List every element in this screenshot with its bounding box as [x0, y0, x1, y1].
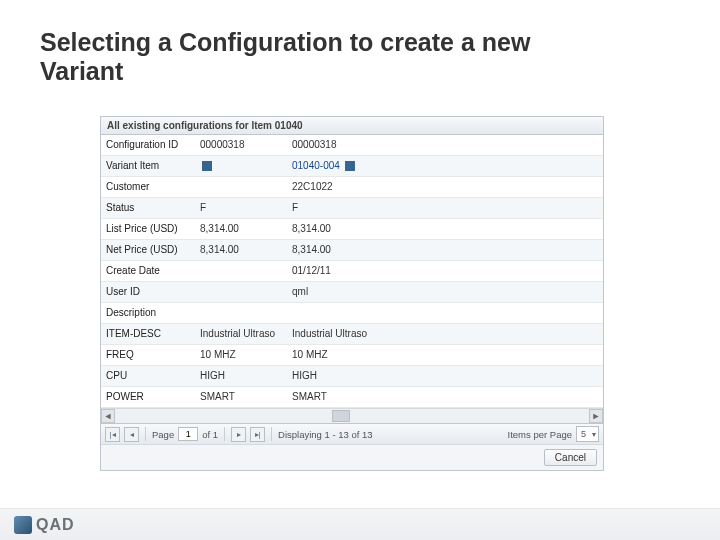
config-cell[interactable]: [195, 303, 287, 324]
config-cell[interactable]: [195, 177, 287, 198]
config-cell-empty: [379, 282, 603, 303]
row-label: Customer: [101, 177, 195, 198]
page-number-input[interactable]: [178, 427, 198, 441]
row-label: CPU: [101, 366, 195, 387]
config-cell[interactable]: [195, 156, 287, 177]
qad-logo-icon: [14, 516, 32, 534]
config-cell[interactable]: 01/12/11: [287, 261, 379, 282]
config-cell-empty: [379, 240, 603, 261]
config-cell[interactable]: 00000318: [287, 135, 379, 156]
config-cell[interactable]: Industrial Ultraso: [195, 324, 287, 345]
last-page-button[interactable]: ▸|: [250, 427, 265, 442]
config-cell[interactable]: F: [195, 198, 287, 219]
config-cell[interactable]: 22C1022: [287, 177, 379, 198]
scroll-left-icon[interactable]: ◄: [101, 409, 115, 423]
cancel-button[interactable]: Cancel: [544, 449, 597, 466]
config-cell[interactable]: HIGH: [287, 366, 379, 387]
variant-link-icon[interactable]: [202, 161, 212, 171]
config-cell[interactable]: 8,314.00: [287, 240, 379, 261]
row-label: Net Price (USD): [101, 240, 195, 261]
row-label: ITEM-DESC: [101, 324, 195, 345]
variant-link-icon[interactable]: [345, 161, 355, 171]
config-grid: Configuration ID0000031800000318Variant …: [101, 135, 603, 408]
config-cell-empty: [379, 156, 603, 177]
config-cell[interactable]: 8,314.00: [195, 240, 287, 261]
row-label: User ID: [101, 282, 195, 303]
config-cell-empty: [379, 366, 603, 387]
horizontal-scrollbar[interactable]: ◄ ►: [101, 408, 603, 423]
first-page-button[interactable]: |◂: [105, 427, 120, 442]
config-cell[interactable]: 8,314.00: [195, 219, 287, 240]
row-label: Description: [101, 303, 195, 324]
config-cell-empty: [379, 135, 603, 156]
panel-title: All existing configurations for Item 010…: [101, 117, 603, 135]
config-cell[interactable]: [195, 282, 287, 303]
items-per-page-label: Items per Page: [508, 429, 572, 440]
config-cell[interactable]: 00000318: [195, 135, 287, 156]
config-cell[interactable]: 01040-004: [287, 156, 379, 177]
config-cell[interactable]: 8,314.00: [287, 219, 379, 240]
config-cell-empty: [379, 219, 603, 240]
row-label: FREQ: [101, 345, 195, 366]
config-cell[interactable]: SMART: [195, 387, 287, 408]
scroll-right-icon[interactable]: ►: [589, 409, 603, 423]
config-cell-empty: [379, 177, 603, 198]
row-label: List Price (USD): [101, 219, 195, 240]
prev-page-button[interactable]: ◂: [124, 427, 139, 442]
page-title: Selecting a Configuration to create a ne…: [40, 28, 600, 86]
row-label: Variant Item: [101, 156, 195, 177]
config-cell[interactable]: 10 MHZ: [287, 345, 379, 366]
page-of-label: of 1: [202, 429, 218, 440]
brand-text: QAD: [36, 516, 75, 534]
row-label: Configuration ID: [101, 135, 195, 156]
config-cell-empty: [379, 345, 603, 366]
config-cell-empty: [379, 198, 603, 219]
button-bar: Cancel: [101, 444, 603, 470]
config-cell-empty: [379, 387, 603, 408]
config-panel: All existing configurations for Item 010…: [100, 116, 604, 471]
page-label: Page: [152, 429, 174, 440]
config-cell[interactable]: Industrial Ultraso: [287, 324, 379, 345]
pager-bar: |◂ ◂ Page of 1 ▸ ▸| Displaying 1 - 13 of…: [101, 423, 603, 444]
config-cell-empty: [379, 303, 603, 324]
row-label: POWER: [101, 387, 195, 408]
variant-item-link[interactable]: 01040-004: [292, 160, 340, 171]
config-cell[interactable]: [287, 303, 379, 324]
config-cell-empty: [379, 261, 603, 282]
config-cell-empty: [379, 324, 603, 345]
config-cell[interactable]: 10 MHZ: [195, 345, 287, 366]
config-cell[interactable]: F: [287, 198, 379, 219]
scroll-thumb[interactable]: [332, 410, 350, 422]
display-range-label: Displaying 1 - 13 of 13: [278, 429, 373, 440]
row-label: Status: [101, 198, 195, 219]
config-cell[interactable]: [195, 261, 287, 282]
config-cell[interactable]: HIGH: [195, 366, 287, 387]
row-label: Create Date: [101, 261, 195, 282]
items-per-page-select[interactable]: 5: [576, 426, 599, 442]
config-cell[interactable]: SMART: [287, 387, 379, 408]
config-cell[interactable]: qml: [287, 282, 379, 303]
brand-bar: QAD: [0, 508, 720, 540]
next-page-button[interactable]: ▸: [231, 427, 246, 442]
